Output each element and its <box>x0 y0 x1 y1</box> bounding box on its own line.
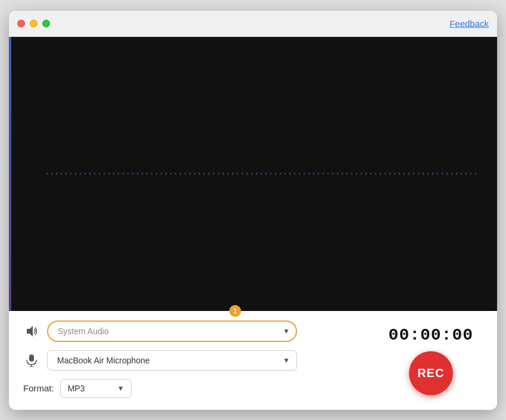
format-label: Format: <box>23 383 54 393</box>
maximize-button[interactable] <box>42 20 50 27</box>
waveform-dots <box>45 173 479 175</box>
traffic-lights <box>17 20 50 27</box>
rec-button[interactable]: REC <box>409 351 453 395</box>
close-button[interactable] <box>17 20 25 27</box>
left-accent <box>9 37 11 311</box>
system-audio-select-wrapper: System Audio BlackHole 2ch None ▼ <box>47 321 297 342</box>
format-select[interactable]: MP3 AAC WAV FLAC <box>60 379 132 398</box>
minimize-button[interactable] <box>30 20 38 27</box>
microphone-select-wrapper: MacBook Air Microphone Built-in Micropho… <box>47 350 297 371</box>
waveform-line <box>45 173 479 174</box>
video-area <box>9 37 497 311</box>
titlebar: Feedback <box>9 11 497 37</box>
feedback-link[interactable]: Feedback <box>449 18 489 29</box>
microphone-icon <box>23 352 40 369</box>
controls-right: 00:00:00 REC <box>389 325 473 395</box>
timer-display: 00:00:00 <box>389 325 473 344</box>
system-audio-select[interactable]: System Audio BlackHole 2ch None <box>47 321 297 342</box>
microphone-select[interactable]: MacBook Air Microphone Built-in Micropho… <box>47 350 297 371</box>
app-window: Feedback 1 System Audi <box>9 11 497 410</box>
badge-1: 1 <box>229 305 241 317</box>
controls-area: 1 System Audio BlackHole 2ch None <box>9 311 497 410</box>
speaker-icon <box>23 323 40 340</box>
svg-marker-0 <box>27 326 33 337</box>
format-select-wrapper: MP3 AAC WAV FLAC ▼ <box>60 379 132 398</box>
svg-rect-1 <box>29 354 34 362</box>
